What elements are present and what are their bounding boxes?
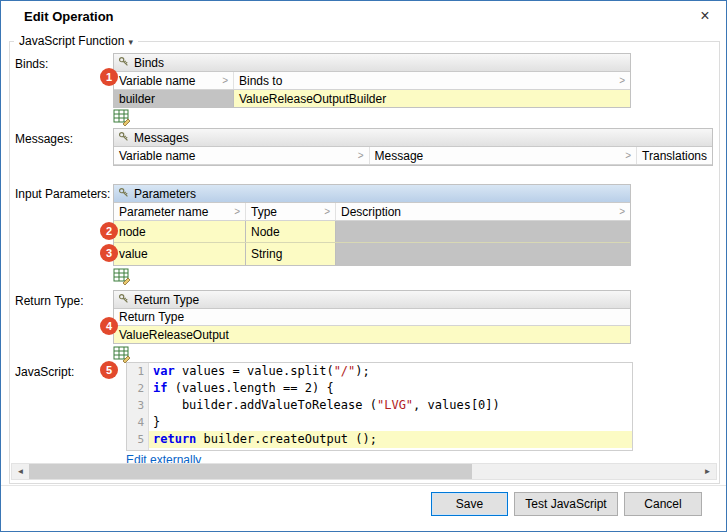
- sort-chevron-icon: >: [216, 75, 228, 86]
- messages-label: Messages:: [15, 132, 73, 146]
- column-label: Type: [251, 205, 277, 219]
- save-button[interactable]: Save: [431, 492, 508, 516]
- return-type-table-title-text: Return Type: [134, 293, 199, 307]
- code-line[interactable]: var values = value.split("/");: [149, 363, 632, 380]
- key-icon: [118, 293, 129, 307]
- test-javascript-button[interactable]: Test JavaScript: [514, 492, 618, 516]
- code-line-number: 1: [127, 363, 148, 380]
- code-token-keyword: if: [153, 381, 167, 395]
- binds-label: Binds:: [15, 57, 48, 71]
- binds-edit-table-icon[interactable]: [113, 108, 131, 126]
- callout-badge-1: 1: [100, 68, 118, 86]
- horizontal-scrollbar[interactable]: ◄ ►: [11, 463, 717, 480]
- parameter-description-cell[interactable]: [336, 221, 630, 242]
- messages-col-message[interactable]: Message >: [370, 147, 637, 164]
- binds-table: Binds Variable name > Binds to > builder…: [113, 53, 631, 108]
- parameters-row-value: value String: [114, 243, 630, 265]
- code-token-plain: builder.addValueToRelease (: [153, 398, 377, 412]
- binds-col-binds-to[interactable]: Binds to >: [234, 72, 630, 89]
- groupbox-label: JavaScript Function: [19, 34, 124, 48]
- sort-chevron-icon: >: [613, 206, 625, 217]
- parameters-col-description[interactable]: Description >: [336, 203, 630, 220]
- binds-table-title-text: Binds: [134, 56, 164, 70]
- key-icon: [118, 131, 129, 145]
- parameter-name-cell[interactable]: node: [114, 221, 246, 242]
- key-icon: [118, 187, 129, 201]
- return-type-col[interactable]: Return Type: [114, 309, 630, 325]
- column-label: Binds to: [239, 74, 282, 88]
- code-token-plain: (values.length == 2) {: [167, 381, 333, 395]
- code-token-string: "LVG": [377, 398, 413, 412]
- code-token-keyword: return: [153, 432, 196, 446]
- column-label: Description: [341, 205, 401, 219]
- binds-table-title[interactable]: Binds: [114, 54, 630, 72]
- parameters-edit-table-icon[interactable]: [113, 267, 131, 285]
- callout-badge-2: 2: [100, 222, 118, 240]
- code-token-string: "/": [334, 364, 356, 378]
- code-token-plain: values = value.split(: [175, 364, 334, 378]
- code-line-number: 3: [127, 397, 148, 414]
- code-line[interactable]: builder.addValueToRelease ("LVG", values…: [149, 397, 632, 414]
- code-area[interactable]: var values = value.split("/");if (values…: [149, 363, 632, 450]
- cancel-button[interactable]: Cancel: [624, 492, 702, 516]
- return-type-value-cell[interactable]: ValueReleaseOutput: [114, 326, 630, 343]
- binds-col-variable-name[interactable]: Variable name >: [114, 72, 234, 89]
- return-type-edit-table-icon[interactable]: [113, 345, 131, 363]
- code-line-number: 2: [127, 380, 148, 397]
- messages-table-title-text: Messages: [134, 131, 189, 145]
- code-line[interactable]: }: [149, 414, 632, 431]
- column-label: Return Type: [119, 310, 184, 324]
- sort-chevron-icon: >: [228, 206, 240, 217]
- code-token-keyword: var: [153, 364, 175, 378]
- code-token-plain: }: [153, 415, 160, 429]
- chevron-down-icon: ▾: [128, 37, 133, 47]
- parameter-description-cell[interactable]: [336, 243, 630, 265]
- return-type-header-row: Return Type: [114, 309, 630, 326]
- messages-table: Messages Variable name > Message > Trans…: [113, 128, 713, 166]
- return-type-table-title[interactable]: Return Type: [114, 291, 630, 309]
- column-label: Variable name: [119, 149, 196, 163]
- input-parameters-label: Input Parameters:: [15, 187, 110, 201]
- close-icon: ×: [700, 7, 709, 25]
- messages-col-variable-name[interactable]: Variable name >: [114, 147, 370, 164]
- code-gutter: 12345: [127, 363, 149, 450]
- binds-table-row: builder ValueReleaseOutputBuilder: [114, 90, 630, 107]
- javascript-code-editor[interactable]: 12345 var values = value.split("/");if (…: [126, 362, 633, 451]
- binds-value-cell[interactable]: ValueReleaseOutputBuilder: [234, 90, 630, 107]
- code-line[interactable]: if (values.length == 2) {: [149, 380, 632, 397]
- scrollbar-thumb[interactable]: [29, 464, 472, 479]
- parameters-table-title[interactable]: Parameters: [114, 185, 630, 203]
- scroll-left-arrow-icon[interactable]: ◄: [12, 464, 29, 479]
- javascript-label: JavaScript:: [15, 365, 74, 379]
- code-token-plain: , values[0]): [413, 398, 500, 412]
- scroll-right-arrow-icon[interactable]: ►: [699, 464, 716, 479]
- parameters-col-name[interactable]: Parameter name >: [114, 203, 246, 220]
- groupbox-header[interactable]: JavaScript Function▾: [14, 34, 138, 48]
- parameter-type-cell[interactable]: String: [246, 243, 336, 265]
- parameters-table: Parameters Parameter name > Type > Descr…: [113, 184, 631, 266]
- binds-header-row: Variable name > Binds to >: [114, 72, 630, 90]
- column-label: Translations: [642, 149, 707, 163]
- callout-badge-5: 5: [100, 361, 118, 379]
- messages-table-title[interactable]: Messages: [114, 129, 712, 147]
- column-label: Variable name: [119, 74, 196, 88]
- return-type-table: Return Type Return Type ValueReleaseOutp…: [113, 290, 631, 344]
- sort-chevron-icon: >: [619, 150, 631, 161]
- edit-operation-dialog: Edit Operation × JavaScript Function▾ Bi…: [0, 0, 727, 532]
- parameters-row-node: node Node: [114, 221, 630, 243]
- key-icon: [118, 56, 129, 70]
- close-button[interactable]: ×: [684, 1, 726, 31]
- parameters-col-type[interactable]: Type >: [246, 203, 336, 220]
- messages-header-row: Variable name > Message > Translations: [114, 147, 712, 165]
- code-token-plain: builder.createOutput ();: [196, 432, 377, 446]
- parameter-type-cell[interactable]: Node: [246, 221, 336, 242]
- sort-chevron-icon: >: [613, 75, 625, 86]
- parameters-table-title-text: Parameters: [134, 187, 196, 201]
- code-line[interactable]: return builder.createOutput ();: [149, 431, 632, 448]
- parameter-name-cell[interactable]: value: [114, 243, 246, 265]
- callout-badge-4: 4: [100, 317, 118, 335]
- callout-badge-3: 3: [100, 244, 118, 262]
- messages-col-translations[interactable]: Translations: [637, 147, 712, 164]
- column-label: Message: [375, 149, 424, 163]
- binds-variable-cell[interactable]: builder: [114, 90, 234, 107]
